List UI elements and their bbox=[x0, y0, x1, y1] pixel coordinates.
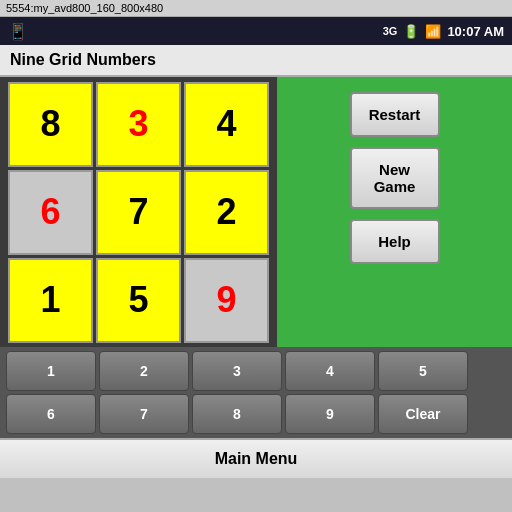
grid-cell-4[interactable]: 7 bbox=[96, 170, 181, 255]
numpad-1[interactable]: 1 bbox=[6, 351, 96, 391]
status-right: 3G 🔋 📶 10:07 AM bbox=[383, 24, 504, 39]
grid-cell-8[interactable]: 9 bbox=[184, 258, 269, 343]
status-left: 📱 bbox=[8, 22, 28, 41]
numpad-row-2: 6 7 8 9 Clear bbox=[6, 394, 506, 434]
numpad-3[interactable]: 3 bbox=[192, 351, 282, 391]
new-game-button[interactable]: New Game bbox=[350, 147, 440, 209]
status-bar: 📱 3G 🔋 📶 10:07 AM bbox=[0, 17, 512, 45]
numpad-9[interactable]: 9 bbox=[285, 394, 375, 434]
grid-cell-6[interactable]: 1 bbox=[8, 258, 93, 343]
grid-cell-1[interactable]: 3 bbox=[96, 82, 181, 167]
grid-cell-7[interactable]: 5 bbox=[96, 258, 181, 343]
restart-button[interactable]: Restart bbox=[350, 92, 440, 137]
number-grid: 8 3 4 6 7 2 1 5 9 bbox=[8, 82, 269, 343]
title-bar: 5554:my_avd800_160_800x480 bbox=[0, 0, 512, 17]
main-content: 8 3 4 6 7 2 1 5 9 Restart New Game Help bbox=[0, 77, 512, 347]
numpad-4[interactable]: 4 bbox=[285, 351, 375, 391]
network-icon: 3G bbox=[383, 25, 398, 37]
grid-cell-0[interactable]: 8 bbox=[8, 82, 93, 167]
numpad-2[interactable]: 2 bbox=[99, 351, 189, 391]
numpad-5[interactable]: 5 bbox=[378, 351, 468, 391]
grid-cell-3[interactable]: 6 bbox=[8, 170, 93, 255]
main-menu-bar[interactable]: Main Menu bbox=[0, 438, 512, 478]
clear-button[interactable]: Clear bbox=[378, 394, 468, 434]
numpad-6[interactable]: 6 bbox=[6, 394, 96, 434]
wifi-icon: 📶 bbox=[425, 24, 441, 39]
help-button[interactable]: Help bbox=[350, 219, 440, 264]
numpad-8[interactable]: 8 bbox=[192, 394, 282, 434]
numpad-area: 1 2 3 4 5 6 7 8 9 Clear bbox=[0, 347, 512, 438]
grid-cell-5[interactable]: 2 bbox=[184, 170, 269, 255]
numpad-7[interactable]: 7 bbox=[99, 394, 189, 434]
grid-area: 8 3 4 6 7 2 1 5 9 bbox=[0, 77, 277, 347]
grid-cell-2[interactable]: 4 bbox=[184, 82, 269, 167]
phone-icon: 📱 bbox=[8, 22, 28, 41]
numpad-row-1: 1 2 3 4 5 bbox=[6, 351, 506, 391]
title-bar-text: 5554:my_avd800_160_800x480 bbox=[6, 2, 163, 14]
app-title: Nine Grid Numbers bbox=[10, 51, 156, 68]
app-header: Nine Grid Numbers bbox=[0, 45, 512, 77]
main-menu-label: Main Menu bbox=[215, 450, 298, 468]
time-display: 10:07 AM bbox=[447, 24, 504, 39]
right-panel: Restart New Game Help bbox=[277, 77, 512, 347]
battery-icon: 🔋 bbox=[403, 24, 419, 39]
